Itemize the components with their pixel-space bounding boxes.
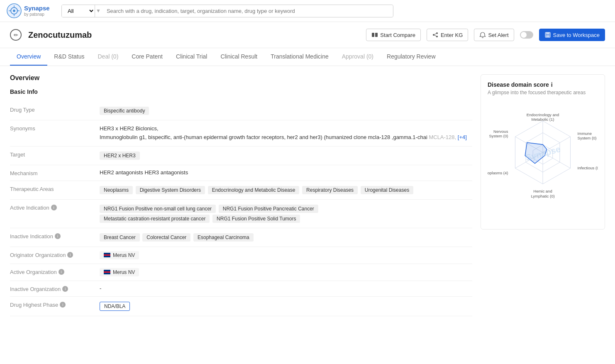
inactive-tag-colorectal: Colorectal Cancer [142,233,190,242]
drug-type-tag: Bispecific antibody [100,107,149,115]
originator-org-tag: Merus NV [100,251,139,259]
highest-phase-row: Drug Highest Phase i NDA/BLA [10,297,472,316]
active-indication-label: Active Indication i [10,204,93,211]
drug-type-value: Bispecific antibody [100,106,472,116]
svg-text:Infectious (0): Infectious (0) [578,166,598,170]
basic-info-title: Basic Info [10,88,472,95]
app-tagline: by patsnap [24,12,50,17]
svg-text:Endocrinology and: Endocrinology and [527,112,559,117]
target-value: HER2 x HER3 [100,151,472,161]
originator-org-label: Originator Organization i [10,251,93,258]
active-org-row: Active Organization i Merus NV [10,264,472,281]
set-alert-button[interactable]: Set Alert [474,29,514,41]
synonyms-value: HER3 x HER2 Biclonics, Immunoglobulin g1… [100,125,472,142]
search-input[interactable] [102,5,393,17]
save-icon [544,32,551,38]
tab-regulatory-review[interactable]: Regulatory Review [380,48,442,66]
tab-core-patent[interactable]: Core Patent [125,48,169,66]
radar-svg: Synapse Endocrinology and Metabolic (1) … [488,102,598,222]
inactive-indication-row: Inactive Indication i Breast Cancer Colo… [10,228,472,247]
tab-clinical-result[interactable]: Clinical Result [214,48,264,66]
save-to-workspace-button[interactable]: Save to Workspace [539,29,605,41]
org-flag-icon [104,253,110,257]
nav-tabs: Overview R&D Status Deal (0) Core Patent… [0,48,615,66]
area-tag-neoplasms: Neoplasms [100,186,133,194]
tab-overview[interactable]: Overview [10,48,47,66]
top-bar: Synapse by patsnap All ▼ [0,0,615,22]
drug-type-label: Drug Type [10,106,93,113]
compare-icon [371,32,378,38]
svg-text:Neoplasms (4): Neoplasms (4) [488,171,508,175]
enter-kg-button[interactable]: Enter KG [427,29,468,41]
svg-rect-15 [546,32,549,34]
therapeutic-areas-label: Therapeutic Areas [10,185,93,192]
inactive-indication-info-icon[interactable]: i [55,233,61,239]
active-indication-value: NRG1 Fusion Positive non-small cell lung… [100,204,472,224]
content-right: Disease domain score i A glimpse into th… [481,74,605,316]
inactive-org-row: Inactive Organization i - [10,281,472,297]
svg-text:Lymphatic (0): Lymphatic (0) [531,194,554,198]
tab-deal[interactable]: Deal (0) [91,48,125,66]
svg-text:Metabolic (1): Metabolic (1) [532,117,554,122]
svg-text:System (0): System (0) [489,134,508,138]
inactive-indication-value: Breast Cancer Colorectal Cancer Esophage… [100,232,472,242]
indication-tag-prostate: Metastatic castration-resistant prostate… [100,215,210,223]
search-filter-select[interactable]: All [62,5,95,17]
active-org-value: Merus NV [100,268,472,276]
active-indication-info-icon[interactable]: i [51,205,57,210]
inactive-org-label: Inactive Organization i [10,285,93,292]
alert-toggle[interactable] [520,31,533,39]
drug-title: Zenocutuzumab [28,30,359,40]
kg-icon [432,32,439,38]
disease-domain-info-icon[interactable]: i [551,81,553,88]
target-tag: HER2 x HER3 [100,151,140,160]
svg-line-12 [434,34,436,34]
mechanism-label: Mechanism [10,169,93,176]
highest-phase-label: Drug Highest Phase i [10,301,93,308]
content-left: Overview Basic Info Drug Type Bispecific… [10,74,472,316]
synonyms-more-link[interactable]: [+4] [458,134,467,140]
radar-chart: Synapse Endocrinology and Metabolic (1) … [488,102,598,222]
highest-phase-value: NDA/BLA [100,301,472,312]
drug-header: ✏ Zenocutuzumab Start Compare [0,22,615,48]
svg-text:System (0): System (0) [578,136,597,140]
search-bar[interactable]: All ▼ [61,5,393,17]
target-label: Target [10,151,93,158]
active-org-info-icon[interactable]: i [59,269,64,275]
alert-icon [479,32,486,38]
svg-point-9 [433,34,434,36]
tab-rd-status[interactable]: R&D Status [47,48,91,66]
tab-translational-medicine[interactable]: Translational Medicine [264,48,335,66]
tab-clinical-trial[interactable]: Clinical Trial [169,48,214,66]
area-tag-respiratory: Respiratory Diseases [302,186,358,194]
drug-type-row: Drug Type Bispecific antibody [10,102,472,120]
synapse-logo-icon [7,3,22,18]
area-tag-endocrinology: Endocrinology and Metabolic Disease [208,186,300,194]
tab-approval[interactable]: Approval (0) [335,48,380,66]
main-content: Overview Basic Info Drug Type Bispecific… [0,66,615,325]
active-org-flag-icon [104,270,110,274]
target-row: Target HER2 x HER3 [10,147,472,165]
area-tag-urogenital: Urogenital Diseases [361,186,413,194]
active-indication-row: Active Indication i NRG1 Fusion Positive… [10,200,472,228]
active-org-tag: Merus NV [100,268,139,276]
svg-text:Immune: Immune [578,131,592,136]
svg-line-13 [434,35,436,36]
inactive-org-info-icon[interactable]: i [62,286,68,292]
inactive-tag-esophageal: Esophageal Carcinoma [193,233,254,242]
drug-actions: Start Compare Enter KG Set [366,29,605,41]
dropdown-arrow-icon: ▼ [96,8,101,14]
indication-tag-lung: NRG1 Fusion Positive non-small cell lung… [100,205,216,213]
indication-tag-solid-tumors: NRG1 Fusion Positive Solid Tumors [212,215,300,223]
app-name: Synapse [24,5,50,12]
highest-phase-info-icon[interactable]: i [60,302,66,308]
therapeutic-areas-value: Neoplasms Digestive System Disorders End… [100,185,472,195]
originator-info-icon[interactable]: i [67,252,73,258]
svg-text:Nervous: Nervous [493,129,508,134]
synonyms-label: Synonyms [10,125,93,132]
inactive-tag-breast: Breast Cancer [100,233,140,242]
area-tag-digestive: Digestive System Disorders [136,186,205,194]
highest-phase-tag: NDA/BLA [100,302,130,311]
start-compare-button[interactable]: Start Compare [366,29,421,41]
drug-icon: ✏ [10,29,22,41]
